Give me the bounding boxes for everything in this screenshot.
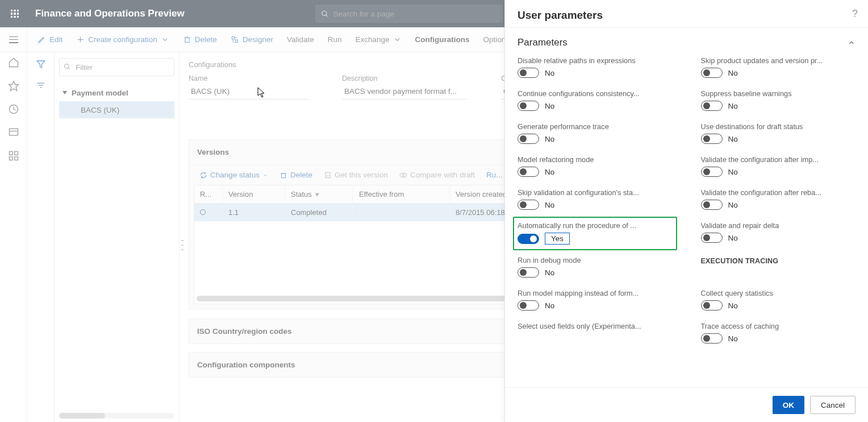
param-label: Validate and repair delta bbox=[701, 221, 856, 230]
toggle-switch[interactable] bbox=[701, 134, 723, 144]
toggle-switch[interactable] bbox=[518, 167, 539, 177]
toggle-switch[interactable] bbox=[518, 267, 539, 278]
param-r2: Use destinations for draft statusNo bbox=[701, 122, 856, 144]
tree-filter-input[interactable] bbox=[59, 58, 174, 76]
svg-rect-7 bbox=[232, 37, 234, 39]
grid-col-status[interactable]: Status▾ bbox=[285, 185, 353, 203]
search-icon bbox=[321, 10, 329, 18]
cancel-button[interactable]: Cancel bbox=[810, 396, 856, 414]
rail-home[interactable] bbox=[8, 57, 19, 70]
app-launcher-button[interactable] bbox=[5, 3, 25, 24]
svg-rect-13 bbox=[9, 129, 18, 135]
configurations-tab[interactable]: Configurations bbox=[410, 27, 475, 52]
create-configuration-button[interactable]: Create configuration bbox=[70, 27, 175, 52]
toggle-switch[interactable] bbox=[701, 233, 723, 243]
toggle-switch[interactable] bbox=[518, 234, 539, 244]
designer-button[interactable]: Designer bbox=[225, 27, 279, 52]
hamburger-icon bbox=[9, 36, 18, 43]
tree-hscroll[interactable] bbox=[59, 413, 174, 419]
toggle-switch[interactable] bbox=[518, 134, 539, 144]
param-label: Use destinations for draft status bbox=[701, 122, 856, 131]
svg-point-23 bbox=[65, 64, 69, 69]
toggle-value: No bbox=[545, 301, 554, 310]
ok-button[interactable]: OK bbox=[773, 396, 804, 414]
field-value[interactable]: BACS vendor payment format f... bbox=[342, 85, 467, 100]
execution-tracing-subheading: EXECUTION TRACING bbox=[701, 257, 856, 278]
param-r0: Skip product updates and version pr...No bbox=[701, 56, 856, 78]
global-search[interactable] bbox=[315, 5, 503, 23]
param-label: Skip product updates and version pr... bbox=[701, 56, 856, 65]
versions-delete-button[interactable]: Delete bbox=[275, 168, 317, 181]
toggle-switch[interactable] bbox=[518, 200, 539, 210]
param-l4: Skip validation at configuration's sta..… bbox=[518, 188, 673, 210]
search-input[interactable] bbox=[333, 10, 497, 18]
panel-resizer[interactable] bbox=[180, 52, 185, 422]
grid-col-select[interactable]: R... bbox=[194, 185, 223, 203]
toggle-value: No bbox=[728, 201, 738, 209]
compare-with-draft-button[interactable]: Compare with draft bbox=[395, 168, 479, 181]
param-r5: Validate and repair deltaNo bbox=[701, 221, 856, 245]
param-label: Model refactoring mode bbox=[518, 155, 673, 164]
toggle-switch[interactable] bbox=[701, 68, 723, 78]
grid-col-effective-from[interactable]: Effective from bbox=[353, 185, 450, 203]
nav-pane-toggle[interactable] bbox=[9, 36, 18, 43]
chevron-down-icon bbox=[393, 35, 402, 44]
param-l6: Run in debug modeNo bbox=[518, 256, 673, 278]
row-selector[interactable] bbox=[200, 209, 206, 215]
param-label: Run in debug mode bbox=[518, 256, 673, 264]
cell-version: 1.1 bbox=[223, 204, 285, 221]
toggle-switch[interactable] bbox=[701, 101, 723, 111]
rail-modules[interactable] bbox=[8, 150, 19, 163]
toggle-switch[interactable] bbox=[701, 300, 723, 311]
lines-icon bbox=[36, 80, 46, 90]
svg-rect-25 bbox=[282, 173, 286, 178]
param-label: Disable relative paths in expressions bbox=[518, 56, 673, 65]
designer-label: Designer bbox=[243, 35, 273, 44]
param-r3: Validate the configuration after imp...N… bbox=[701, 155, 856, 177]
validate-button[interactable]: Validate bbox=[281, 27, 320, 52]
svg-rect-4 bbox=[185, 38, 190, 42]
exchange-button[interactable]: Exchange bbox=[349, 27, 407, 52]
toggle-switch[interactable] bbox=[701, 333, 723, 344]
delete-button[interactable]: Delete bbox=[177, 27, 223, 52]
compare-icon bbox=[399, 171, 407, 179]
rail-favorites[interactable] bbox=[8, 80, 19, 93]
param-l0: Disable relative paths in expressionsNo bbox=[518, 56, 673, 78]
designer-icon bbox=[231, 35, 239, 44]
versions-run-button[interactable]: Ru... bbox=[482, 168, 507, 181]
edit-button[interactable]: Edit bbox=[32, 27, 68, 52]
tree-node-payment-model[interactable]: Payment model bbox=[59, 84, 174, 101]
grid-col-version[interactable]: Version bbox=[223, 185, 285, 203]
param-label: Generate performance trace bbox=[518, 122, 673, 131]
get-this-version-button[interactable]: Get this version bbox=[319, 168, 393, 181]
waffle-icon bbox=[11, 10, 19, 18]
toggle-value: No bbox=[545, 168, 554, 176]
clock-icon bbox=[8, 104, 19, 115]
svg-marker-19 bbox=[37, 61, 45, 68]
param-label: Validate the configuration after reba... bbox=[701, 188, 856, 197]
panel-footer: OK Cancel bbox=[505, 387, 868, 422]
toggle-switch[interactable] bbox=[701, 167, 723, 177]
field-value[interactable]: BACS (UK) bbox=[189, 85, 308, 100]
change-status-button[interactable]: Change status bbox=[195, 168, 273, 181]
svg-marker-11 bbox=[9, 81, 18, 91]
filter-funnel-button[interactable] bbox=[36, 59, 46, 71]
svg-rect-8 bbox=[235, 40, 237, 42]
filter-lines-button[interactable] bbox=[36, 80, 46, 92]
svg-rect-27 bbox=[326, 172, 330, 177]
toggle-switch[interactable] bbox=[518, 68, 539, 78]
run-button[interactable]: Run bbox=[322, 27, 348, 52]
help-button[interactable]: ? bbox=[852, 8, 858, 20]
toggle-switch[interactable] bbox=[518, 101, 539, 111]
rail-recent[interactable] bbox=[8, 104, 19, 117]
workspace-icon bbox=[8, 127, 19, 138]
toggle-switch[interactable] bbox=[701, 200, 723, 210]
rail-workspaces[interactable] bbox=[8, 127, 19, 140]
toggle-switch[interactable] bbox=[518, 300, 539, 311]
chevron-down-icon bbox=[161, 35, 169, 44]
toggle-value: No bbox=[545, 268, 554, 277]
svg-rect-16 bbox=[14, 152, 18, 155]
tree-node-bacs-uk[interactable]: BACS (UK) bbox=[59, 101, 174, 118]
star-icon bbox=[8, 80, 19, 92]
parameters-section-header[interactable]: Parameters bbox=[518, 34, 856, 56]
